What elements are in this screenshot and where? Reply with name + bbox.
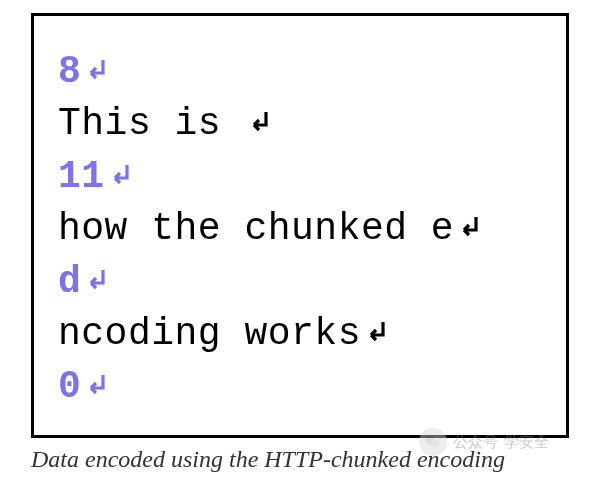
- code-line: d: [58, 260, 81, 303]
- return-icon: [83, 56, 109, 84]
- wechat-icon: [419, 428, 447, 456]
- watermark-tail: 学安全: [504, 433, 549, 452]
- code-line: how the chunked e: [58, 207, 454, 250]
- code-block: 8 This is 11 how the chunked e d ncoding…: [58, 46, 542, 413]
- return-icon: [83, 266, 109, 294]
- svg-point-1: [432, 440, 440, 448]
- return-icon: [456, 213, 482, 241]
- return-icon: [363, 318, 389, 346]
- code-line: 8: [58, 50, 81, 93]
- code-line: This is: [58, 102, 244, 145]
- code-line: 0: [58, 365, 81, 408]
- code-line: ncoding works: [58, 312, 361, 355]
- code-figure: 8 This is 11 how the chunked e d ncoding…: [31, 13, 569, 438]
- return-icon: [83, 371, 109, 399]
- watermark: 公众号 学安全: [419, 428, 549, 456]
- watermark-label: 公众号: [453, 433, 498, 452]
- return-icon: [246, 108, 272, 136]
- code-line: 11: [58, 155, 105, 198]
- return-icon: [107, 161, 133, 189]
